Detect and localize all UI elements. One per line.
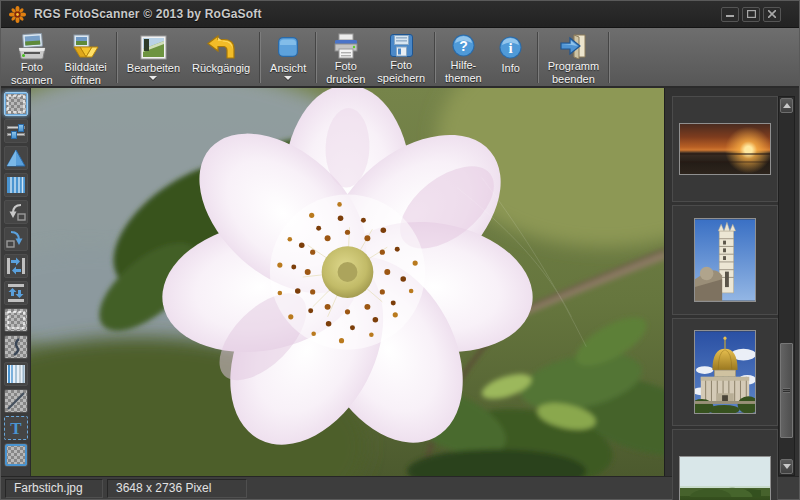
thumbnail-cell-sunset[interactable]: [672, 96, 778, 202]
svg-text:?: ?: [459, 38, 468, 54]
print-photo-button[interactable]: Foto drucken: [320, 30, 371, 85]
view-label: Ansicht: [270, 62, 306, 75]
print-icon: [332, 33, 360, 59]
edit-button[interactable]: Bearbeiten: [121, 30, 186, 85]
left-tool-strip: T: [1, 88, 31, 476]
trees-landscape-thumbnail: [679, 456, 771, 500]
svg-text:T: T: [10, 419, 22, 437]
status-image-dimensions: 3648 x 2736 Pixel: [107, 479, 247, 498]
scan-photo-button[interactable]: Foto scannen: [5, 30, 59, 85]
scanner-icon: [17, 33, 47, 60]
scrollbar-thumb[interactable]: [780, 343, 793, 438]
toolbar-separator: [259, 32, 261, 83]
main-toolbar: Foto scannen Bilddatei öffnen: [1, 28, 799, 88]
save-icon: [389, 33, 414, 58]
rotate-left-tool[interactable]: [4, 200, 28, 224]
thumbnail-cell-capitol[interactable]: [672, 318, 778, 426]
help-icon: ?: [451, 33, 476, 58]
app-window: RGS FotoScanner © 2013 by RoGaSoft: [0, 0, 800, 500]
undo-button[interactable]: Rückgängig: [186, 30, 256, 85]
toolbar-separator: [608, 32, 610, 83]
edit-dropdown-arrow-icon: [149, 76, 157, 80]
app-logo-icon: [9, 6, 26, 23]
toolbar-separator: [315, 32, 317, 83]
stripes-gradient-tool[interactable]: [4, 362, 28, 386]
info-icon: i: [498, 33, 523, 61]
scroll-down-arrow-icon: [783, 464, 791, 469]
close-button[interactable]: [763, 7, 781, 22]
sharpen-tool[interactable]: [4, 146, 28, 170]
toolbar-separator: [116, 32, 118, 83]
open-image-button[interactable]: Bilddatei öffnen: [59, 30, 113, 85]
help-button[interactable]: ? Hilfe- themen: [439, 30, 488, 85]
text-tool[interactable]: T: [4, 416, 28, 440]
maximize-icon: [747, 10, 756, 18]
svg-text:i: i: [509, 40, 513, 56]
minimize-icon: [726, 10, 734, 18]
line-tool[interactable]: [4, 389, 28, 413]
edit-image-icon: [140, 33, 167, 61]
close-icon: [768, 10, 776, 18]
capitol-dome-thumbnail: [694, 330, 756, 414]
border-select-tool[interactable]: [4, 443, 28, 467]
info-label: Info: [502, 62, 520, 75]
undo-label: Rückgängig: [192, 62, 250, 75]
status-filename: Farbstich.jpg: [5, 479, 103, 498]
scrollbar-grip-icon: [783, 389, 790, 390]
open-image-label: Bilddatei öffnen: [65, 61, 107, 87]
church-tower-thumbnail: [694, 218, 756, 302]
flip-vertical-tool[interactable]: [4, 281, 28, 305]
scroll-up-button[interactable]: [780, 98, 793, 113]
save-photo-label: Foto speichern: [377, 59, 425, 85]
save-photo-button[interactable]: Foto speichern: [371, 30, 431, 85]
scroll-up-arrow-icon: [783, 103, 791, 108]
crop-select-tool[interactable]: [4, 92, 28, 116]
thumbnail-cell-trees[interactable]: [672, 429, 778, 500]
toolbar-separator: [434, 32, 436, 83]
contrast-tool[interactable]: [4, 173, 28, 197]
wild-rose-photo: [31, 88, 664, 476]
maximize-button[interactable]: [742, 7, 760, 22]
scroll-down-button[interactable]: [780, 459, 793, 474]
minimize-button[interactable]: [721, 7, 739, 22]
marquee-tool[interactable]: [4, 308, 28, 332]
flip-horizontal-tool[interactable]: [4, 254, 28, 278]
window-title: RGS FotoScanner © 2013 by RoGaSoft: [34, 7, 721, 21]
toolbar-separator: [537, 32, 539, 83]
photo-canvas[interactable]: [31, 88, 664, 476]
rotate-right-tool[interactable]: [4, 227, 28, 251]
sunset-thumbnail: [679, 123, 771, 175]
curves-tool[interactable]: [4, 335, 28, 359]
exit-program-label: Programm beenden: [548, 60, 599, 86]
titlebar[interactable]: RGS FotoScanner © 2013 by RoGaSoft: [1, 1, 799, 28]
edit-label: Bearbeiten: [127, 62, 180, 75]
adjust-sliders-tool[interactable]: [4, 119, 28, 143]
info-button[interactable]: i Info: [488, 30, 534, 85]
thumbnail-cell-tower[interactable]: [672, 205, 778, 315]
thumbnail-panel: [664, 88, 799, 476]
exit-program-button[interactable]: Programm beenden: [542, 30, 605, 85]
undo-icon: [206, 33, 236, 61]
help-label: Hilfe- themen: [445, 59, 482, 85]
thumbnail-scrollbar[interactable]: [778, 96, 795, 476]
scan-photo-label: Foto scannen: [11, 61, 53, 87]
view-button[interactable]: Ansicht: [264, 30, 312, 85]
exit-icon: [559, 33, 587, 59]
print-photo-label: Foto drucken: [326, 60, 365, 86]
view-icon: [276, 33, 300, 61]
open-image-icon: [72, 33, 100, 60]
view-dropdown-arrow-icon: [284, 76, 292, 80]
